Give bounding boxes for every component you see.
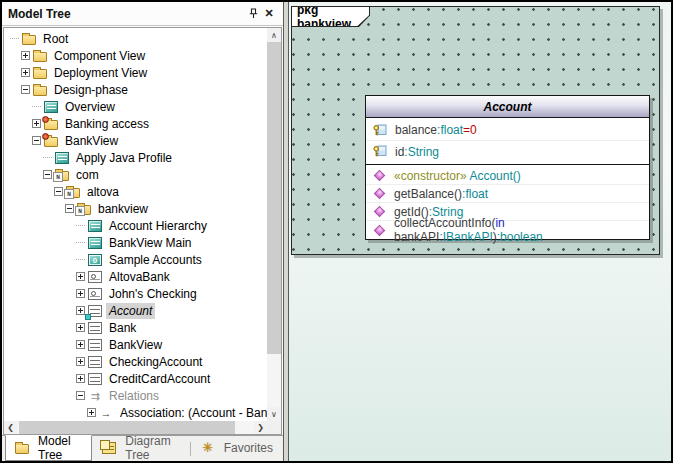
tree-item-checkingaccount[interactable]: CheckingAccount bbox=[4, 353, 267, 370]
package-frame-label: pkg bankview bbox=[297, 3, 369, 31]
tree-item-label: Association: (Account - Ban bbox=[117, 405, 267, 421]
object-diagram-icon bbox=[88, 254, 102, 266]
collapse-icon[interactable] bbox=[32, 136, 41, 145]
horizontal-scroll-thumb[interactable] bbox=[19, 421, 235, 434]
tree-item-label: AltovaBank bbox=[106, 269, 173, 285]
expand-icon[interactable] bbox=[76, 289, 85, 298]
expand-icon[interactable] bbox=[76, 374, 85, 383]
expand-icon[interactable] bbox=[76, 357, 85, 366]
tab-label: Diagram Tree bbox=[125, 434, 180, 462]
tree-item-bankview[interactable]: BankView bbox=[4, 336, 267, 353]
model-tree: RootComponent ViewDeployment ViewDesign-… bbox=[3, 27, 282, 435]
collapse-icon[interactable] bbox=[54, 187, 63, 196]
vertical-scroll-track[interactable] bbox=[267, 354, 281, 407]
tree-item-label: Root bbox=[40, 31, 71, 47]
tree-item-creditcardaccount[interactable]: CreditCardAccount bbox=[4, 370, 267, 387]
operation-row[interactable]: getBalance():float bbox=[366, 185, 649, 203]
panel-titlebar[interactable]: Model Tree ✕ bbox=[2, 2, 283, 26]
tree-item-bankview-main[interactable]: BankView Main bbox=[4, 234, 267, 251]
model-tree-panel: Model Tree ✕ RootComponent ViewDeploymen… bbox=[2, 2, 284, 461]
expand-icon[interactable] bbox=[76, 272, 85, 281]
diagram-canvas[interactable]: pkg bankview Account balance:float=0id:S… bbox=[288, 2, 671, 461]
tab-label: Model Tree bbox=[38, 434, 82, 462]
tree-item-bank[interactable]: Bank bbox=[4, 319, 267, 336]
collapse-icon[interactable] bbox=[43, 170, 52, 179]
folder-icon bbox=[33, 69, 47, 79]
tree-item-altova[interactable]: altova bbox=[4, 183, 267, 200]
expand-icon[interactable] bbox=[76, 306, 85, 315]
horizontal-scroll-track[interactable] bbox=[235, 421, 254, 434]
expand-icon[interactable] bbox=[76, 340, 85, 349]
class-icon bbox=[88, 373, 102, 385]
tree-item-apply-java-profile[interactable]: Apply Java Profile bbox=[4, 149, 267, 166]
collapse-icon[interactable] bbox=[21, 85, 30, 94]
namespace-package-icon bbox=[77, 205, 91, 215]
namespace-package-icon bbox=[55, 171, 69, 181]
tree-item-label: BankView bbox=[106, 337, 165, 353]
scroll-left-button[interactable]: ❮ bbox=[4, 421, 17, 434]
tree-item-sample-accounts[interactable]: Sample Accounts bbox=[4, 251, 267, 268]
tree-item-banking-access[interactable]: Banking access bbox=[4, 115, 267, 132]
tree-item-com[interactable]: com bbox=[4, 166, 267, 183]
vertical-scrollbar[interactable]: ∧ ∨ bbox=[267, 28, 281, 421]
scroll-up-button[interactable]: ∧ bbox=[267, 28, 281, 42]
class-box-account[interactable]: Account balance:float=0id:String «constr… bbox=[365, 95, 650, 240]
operation-diamond-icon bbox=[373, 224, 386, 237]
scroll-right-button[interactable]: ❯ bbox=[254, 421, 267, 434]
tree-item-component-view[interactable]: Component View bbox=[4, 47, 267, 64]
tree-item-label: Sample Accounts bbox=[106, 252, 205, 268]
vertical-scroll-thumb[interactable] bbox=[267, 42, 281, 354]
scroll-down-button[interactable]: ∨ bbox=[267, 407, 281, 421]
expand-icon[interactable] bbox=[76, 323, 85, 332]
tree-item-bankview[interactable]: BankView bbox=[4, 132, 267, 149]
tree-item-label: Account Hierarchy bbox=[106, 218, 210, 234]
tree-rows: RootComponent ViewDeployment ViewDesign-… bbox=[4, 28, 267, 421]
tree-item-account[interactable]: Account bbox=[4, 302, 267, 319]
tree-item-relations[interactable]: ⇉Relations bbox=[4, 387, 267, 404]
attributes-compartment: balance:float=0id:String bbox=[366, 118, 649, 165]
collapse-icon[interactable] bbox=[76, 391, 85, 400]
tree-item-label: Bank bbox=[106, 320, 139, 336]
tree-indent bbox=[76, 255, 88, 264]
tree-item-association-account-ban[interactable]: →Association: (Account - Ban bbox=[4, 404, 267, 421]
tree-item-bankview[interactable]: bankview bbox=[4, 200, 267, 217]
tree-item-label: Relations bbox=[106, 388, 162, 404]
tree-item-overview[interactable]: Overview bbox=[4, 98, 267, 115]
tree-item-label: BankView Main bbox=[106, 235, 195, 251]
attribute-row[interactable]: balance:float=0 bbox=[366, 120, 649, 141]
expand-icon[interactable] bbox=[21, 51, 30, 60]
tree-item-account-hierarchy[interactable]: Account Hierarchy bbox=[4, 217, 267, 234]
operation-row[interactable]: collectAccountInfo(in bankAPI:IBankAPI):… bbox=[366, 221, 649, 239]
diagram-icon bbox=[44, 101, 58, 113]
horizontal-scrollbar[interactable]: ❮ ❯ bbox=[4, 421, 267, 434]
expand-icon[interactable] bbox=[87, 408, 96, 417]
close-icon[interactable]: ✕ bbox=[261, 6, 277, 22]
tab-model-tree[interactable]: Model Tree bbox=[5, 435, 92, 461]
tree-item-altovabank[interactable]: AltovaBank bbox=[4, 268, 267, 285]
member-text: «constructor» Account() bbox=[394, 169, 521, 183]
tree-item-deployment-view[interactable]: Deployment View bbox=[4, 64, 267, 81]
tree-item-design-phase[interactable]: Design-phase bbox=[4, 81, 267, 98]
class-icon bbox=[88, 305, 102, 317]
expand-icon[interactable] bbox=[32, 119, 41, 128]
tree-item-label: Account bbox=[106, 303, 155, 319]
expand-icon[interactable] bbox=[21, 68, 30, 77]
tree-item-label: Component View bbox=[51, 48, 148, 64]
tree-item-john-s-checking[interactable]: John's Checking bbox=[4, 285, 267, 302]
operations-compartment: «constructor» Account()getBalance():floa… bbox=[366, 165, 649, 239]
attribute-key-icon bbox=[373, 124, 387, 137]
operation-row[interactable]: «constructor» Account() bbox=[366, 167, 649, 185]
pin-icon[interactable] bbox=[245, 6, 261, 22]
tree-item-root[interactable]: Root bbox=[4, 30, 267, 47]
collapse-icon[interactable] bbox=[65, 204, 74, 213]
package-frame-tab[interactable]: pkg bankview bbox=[291, 6, 370, 27]
panel-tabbar: Model TreeDiagram Tree✳Favorites bbox=[2, 435, 283, 461]
class-title[interactable]: Account bbox=[366, 96, 649, 118]
tab-favorites[interactable]: ✳Favorites bbox=[191, 435, 283, 461]
class-icon bbox=[88, 322, 102, 334]
attribute-row[interactable]: id:String bbox=[366, 141, 649, 162]
tab-diagram-tree[interactable]: Diagram Tree bbox=[92, 435, 190, 461]
diagram-icon bbox=[88, 220, 102, 232]
tree-item-label: BankView bbox=[62, 133, 121, 149]
object-icon bbox=[88, 288, 102, 300]
